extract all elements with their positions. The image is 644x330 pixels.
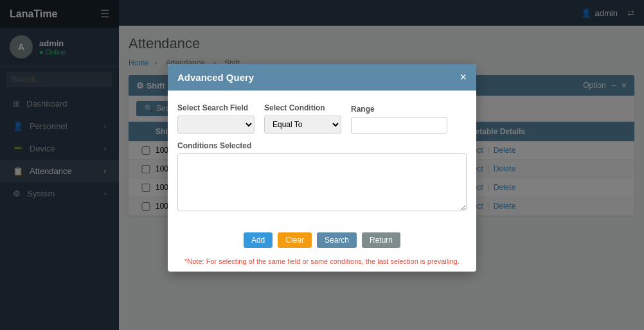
modal-note: *Note: For selecting of the same field o… bbox=[168, 254, 476, 272]
range-group: Range bbox=[351, 105, 447, 134]
search-field-select[interactable] bbox=[177, 116, 255, 134]
add-button[interactable]: Add bbox=[244, 232, 273, 248]
modal-title: Advanced Query bbox=[177, 72, 254, 83]
modal-header: Advanced Query × bbox=[168, 64, 476, 91]
condition-select[interactable]: Equal To Not Equal To Greater Than Less … bbox=[264, 116, 341, 134]
modal-close-button[interactable]: × bbox=[460, 71, 467, 84]
range-input[interactable] bbox=[351, 117, 447, 134]
condition-group: Select Condition Equal To Not Equal To G… bbox=[264, 103, 341, 134]
return-button[interactable]: Return bbox=[362, 232, 400, 248]
search-field-label: Select Search Field bbox=[177, 103, 255, 112]
conditions-textarea[interactable] bbox=[177, 153, 467, 211]
conditions-selected-label: Conditions Selected bbox=[177, 141, 467, 150]
search-modal-button[interactable]: Search bbox=[317, 232, 357, 248]
modal-overlay[interactable]: Advanced Query × Select Search Field Sel… bbox=[0, 0, 644, 330]
query-form-row: Select Search Field Select Condition Equ… bbox=[177, 103, 467, 134]
condition-label: Select Condition bbox=[264, 103, 341, 112]
search-field-group: Select Search Field bbox=[177, 103, 255, 134]
advanced-query-modal: Advanced Query × Select Search Field Sel… bbox=[168, 64, 476, 272]
modal-footer: Add Clear Search Return bbox=[168, 226, 476, 254]
modal-body: Select Search Field Select Condition Equ… bbox=[168, 91, 476, 226]
clear-button[interactable]: Clear bbox=[278, 232, 312, 248]
range-label: Range bbox=[351, 105, 447, 114]
